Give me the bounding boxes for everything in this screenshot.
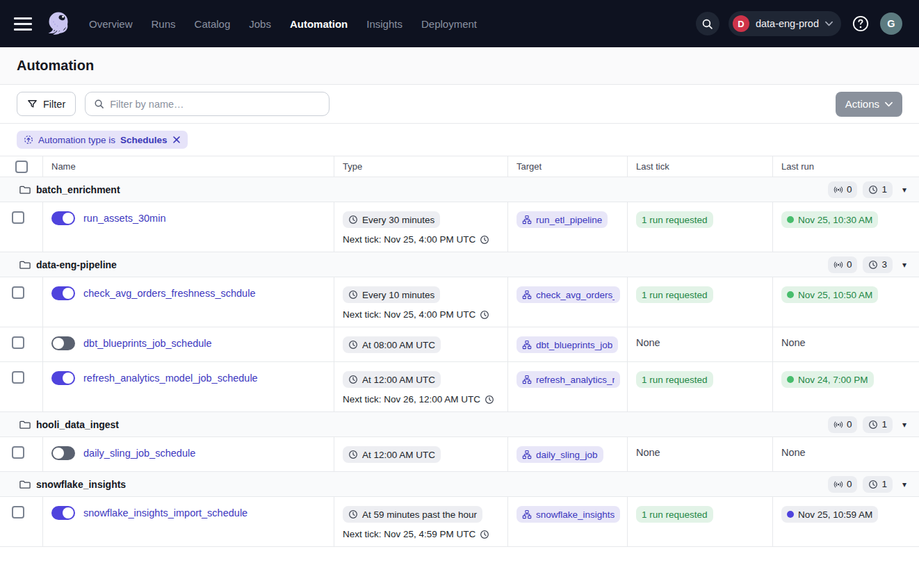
schedule-interval-pill: At 08:00 AM UTC: [343, 336, 441, 353]
schedule-name-link[interactable]: check_avg_orders_freshness_schdule: [83, 288, 255, 299]
chevron-down-icon[interactable]: ▾: [902, 186, 906, 194]
question-circle-icon: [852, 15, 870, 33]
clock-icon: [480, 235, 489, 245]
sensor-count-badge: 0: [828, 476, 858, 493]
row-checkbox[interactable]: [12, 336, 24, 349]
search-field[interactable]: [85, 92, 330, 116]
run-success-dot: [787, 291, 794, 298]
group-name: batch_enrichment: [36, 184, 120, 195]
last-tick-none: None: [636, 447, 660, 458]
page-header: Automation: [0, 47, 919, 85]
sensor-count-badge: 0: [828, 416, 858, 433]
group-name: data-eng-pipeline: [36, 259, 117, 270]
dagster-logo-icon[interactable]: [44, 9, 74, 38]
schedule-toggle[interactable]: [51, 371, 75, 385]
nav-jobs[interactable]: Jobs: [249, 18, 271, 30]
group-row-snowflake-insights[interactable]: snowflake_insights 0 1 ▾: [0, 472, 919, 497]
actions-button[interactable]: Actions: [836, 92, 902, 117]
nav-catalog[interactable]: Catalog: [195, 18, 231, 30]
clock-icon: [868, 480, 878, 489]
table-row: run_assets_30min Every 30 minutes Next t…: [0, 202, 919, 252]
nav-insights[interactable]: Insights: [366, 18, 402, 30]
next-tick: Next tick: Nov 25, 4:00 PM UTC: [343, 309, 489, 320]
clock-icon: [348, 340, 358, 350]
group-row-data-eng-pipeline[interactable]: data-eng-pipeline 0 3 ▾: [0, 252, 919, 277]
schedule-toggle[interactable]: [51, 336, 75, 350]
run-success-dot: [787, 216, 794, 223]
active-filters-row: Automation type is Schedules: [0, 124, 919, 156]
target-job-pill[interactable]: dbt_blueprints_job: [517, 336, 618, 353]
filter-chip-automation-type[interactable]: Automation type is Schedules: [17, 131, 188, 149]
schedule-name-link[interactable]: dbt_blueprints_job_schedule: [83, 338, 212, 349]
job-graph-icon: [522, 215, 532, 224]
job-graph-icon: [522, 509, 532, 519]
row-checkbox[interactable]: [12, 286, 24, 299]
funnel-icon: [27, 99, 38, 109]
job-graph-icon: [522, 290, 532, 300]
schedule-name-link[interactable]: run_assets_30min: [83, 213, 166, 224]
nav-deployment[interactable]: Deployment: [421, 18, 477, 30]
schedule-name-link[interactable]: refresh_analytics_model_job_schedule: [83, 373, 258, 384]
schedule-toggle[interactable]: [51, 286, 75, 300]
last-run-none: None: [781, 337, 806, 348]
last-run-status[interactable]: Nov 25, 10:59 AM: [781, 506, 878, 523]
nav-right: D data-eng-prod G: [696, 11, 902, 36]
group-row-batch-enrichment[interactable]: batch_enrichment 0 1 ▾: [0, 177, 919, 202]
schedule-name-link[interactable]: snowflake_insights_import_schedule: [83, 507, 247, 518]
row-checkbox[interactable]: [12, 211, 24, 224]
next-tick: Next tick: Nov 26, 12:00 AM UTC: [343, 394, 494, 405]
table-row: dbt_blueprints_job_schedule At 08:00 AM …: [0, 327, 919, 362]
target-job-pill[interactable]: refresh_analytics_r: [517, 371, 620, 388]
schedule-toggle[interactable]: [51, 506, 75, 520]
column-header-name: Name: [43, 156, 334, 177]
last-run-none: None: [781, 447, 806, 458]
chevron-down-icon[interactable]: ▾: [902, 480, 906, 489]
chevron-down-icon[interactable]: ▾: [902, 420, 906, 429]
target-job-pill[interactable]: run_etl_pipeline: [517, 211, 608, 228]
filter-button[interactable]: Filter: [17, 92, 76, 116]
last-tick-status: 1 run requested: [636, 211, 713, 228]
row-checkbox[interactable]: [12, 446, 24, 459]
job-graph-icon: [522, 450, 532, 459]
row-checkbox[interactable]: [12, 371, 24, 384]
schedule-toggle[interactable]: [51, 446, 75, 460]
group-name: snowflake_insights: [36, 479, 126, 490]
last-run-status[interactable]: Nov 25, 10:30 AM: [781, 211, 878, 228]
nav-overview[interactable]: Overview: [89, 18, 133, 30]
search-button[interactable]: [696, 12, 719, 35]
nav-automation[interactable]: Automation: [290, 18, 348, 30]
schedule-count-badge: 1: [863, 476, 893, 493]
table-row: daily_sling_job_schedule At 12:00 AM UTC…: [0, 437, 919, 472]
schedule-name-link[interactable]: daily_sling_job_schedule: [83, 448, 195, 459]
select-all-checkbox[interactable]: [15, 161, 28, 173]
help-button[interactable]: [850, 13, 871, 34]
last-tick-status: 1 run requested: [636, 506, 713, 523]
group-row-hooli-data-ingest[interactable]: hooli_data_ingest 0 1 ▾: [0, 412, 919, 437]
target-job-pill[interactable]: daily_sling_job: [517, 446, 603, 463]
filter-chip-value: Schedules: [120, 135, 168, 145]
chevron-down-icon[interactable]: ▾: [902, 261, 906, 269]
search-input[interactable]: [110, 99, 320, 110]
column-header-last-run: Last run: [773, 156, 919, 177]
schedule-count-badge: 1: [863, 181, 893, 198]
user-avatar[interactable]: G: [880, 13, 902, 35]
last-run-status[interactable]: Nov 25, 10:50 AM: [781, 286, 878, 303]
column-header-type: Type: [334, 156, 508, 177]
last-run-status[interactable]: Nov 24, 7:00 PM: [781, 371, 874, 388]
deployment-switcher[interactable]: D data-eng-prod: [729, 11, 841, 36]
target-job-pill[interactable]: snowflake_insights: [517, 506, 620, 523]
table-header: Name Type Target Last tick Last run: [0, 156, 919, 177]
sensor-icon: [833, 480, 843, 489]
menu-icon[interactable]: [14, 17, 32, 31]
table-row: check_avg_orders_freshness_schdule Every…: [0, 277, 919, 327]
filter-chip-label: Automation type is: [38, 135, 115, 145]
schedule-count-badge: 1: [863, 416, 893, 433]
schedule-toggle[interactable]: [51, 211, 75, 225]
last-tick-none: None: [636, 337, 660, 348]
row-checkbox[interactable]: [12, 506, 24, 518]
target-job-pill[interactable]: check_avg_orders_: [517, 286, 620, 303]
top-nav: Overview Runs Catalog Jobs Automation In…: [0, 0, 919, 47]
nav-runs[interactable]: Runs: [152, 18, 176, 30]
job-graph-icon: [522, 340, 532, 350]
close-icon[interactable]: [172, 136, 181, 144]
